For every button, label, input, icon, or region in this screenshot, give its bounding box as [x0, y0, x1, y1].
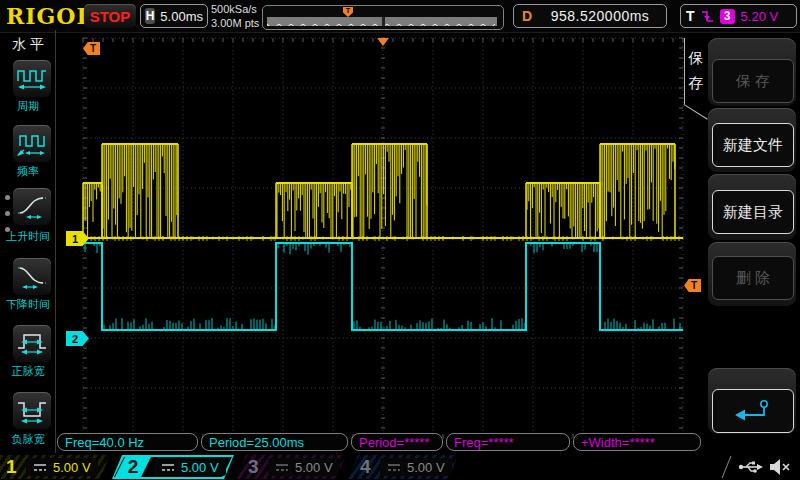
speaker-muted-icon [768, 458, 792, 476]
period-icon [15, 65, 49, 93]
timebase-readout[interactable]: H 5.00ms [140, 4, 208, 28]
menu-label-period: 周期 [0, 99, 56, 114]
menu-button-period[interactable] [13, 60, 51, 97]
memory-waveform-band [267, 17, 497, 26]
falling-edge-icon [701, 9, 714, 24]
measurement-text: Period=***** [359, 435, 429, 450]
menu-label-fall-time: 下降时间 [0, 297, 56, 312]
menu-tab-char: 保 [689, 49, 704, 68]
usb-icon [738, 459, 764, 475]
menu-tab-char: 存 [689, 74, 704, 93]
oscilloscope-screen: RIGOL STOP H 5.00ms 500kSa/s 3.00M pts T… [0, 0, 800, 480]
trigger-position-icon: T [343, 7, 353, 17]
page-indicator-dot [5, 195, 10, 200]
memory-depth: 3.00M pts [211, 16, 259, 30]
run-state-indicator[interactable]: STOP [84, 4, 136, 28]
page-indicator-dot [5, 211, 10, 216]
status-bar-divider [722, 456, 732, 479]
softkey-delete[interactable]: 删 除 [712, 256, 794, 300]
channel2-status[interactable]: 2 5.00 V [112, 455, 234, 479]
channel3-status[interactable]: 3 5.00 V [236, 455, 346, 479]
top-status-bar: RIGOL STOP H 5.00ms 500kSa/s 3.00M pts T… [0, 0, 800, 33]
menu-button-negative-width[interactable] [13, 392, 51, 429]
delay-label: D [522, 8, 532, 24]
trigger-level-value: 5.20 V [741, 9, 779, 24]
frequency-icon [15, 130, 49, 158]
softkey-save[interactable]: 保 存 [712, 59, 794, 103]
timebase-label: H [145, 8, 155, 24]
menu-button-rise-time[interactable] [13, 188, 51, 225]
menu-label-positive-width: 正脉宽 [0, 364, 56, 379]
delay-readout[interactable]: D 958.520000ms [513, 4, 667, 28]
menu-label-rise-time: 上升时间 [0, 229, 56, 244]
channel4-status[interactable]: 4 5.00 V [348, 455, 458, 479]
channel3-scale: 5.00 V [295, 460, 333, 475]
positive-width-icon [15, 330, 49, 358]
trigger-position-marker[interactable] [377, 38, 389, 46]
waveform-display [0, 0, 800, 480]
channel4-number: 4 [360, 456, 371, 478]
menu-button-positive-width[interactable] [13, 325, 51, 362]
dc-coupling-icon [387, 462, 401, 472]
measurement-freq-ch2[interactable]: Freq=40.0 Hz [57, 433, 198, 451]
softkey-return[interactable] [712, 389, 794, 433]
window-position-notch [382, 17, 385, 26]
channel1-number: 1 [6, 456, 17, 478]
negative-width-icon [15, 397, 49, 425]
softkey-new-directory[interactable]: 新建目录 [712, 190, 794, 234]
delay-value: 958.520000ms [542, 8, 658, 24]
softkey-new-file[interactable]: 新建文件 [712, 123, 794, 167]
menu-button-frequency[interactable] [13, 125, 51, 162]
fall-time-icon [15, 263, 49, 291]
acquisition-readout: 500kSa/s 3.00M pts [211, 2, 259, 30]
sample-rate: 500kSa/s [211, 2, 259, 16]
measurement-pwidth-ch3[interactable]: +Width=***** [573, 433, 701, 451]
measurement-text: Freq=40.0 Hz [65, 435, 144, 450]
menu-label-frequency: 频率 [0, 164, 56, 179]
menu-tab-save: 保 存 [684, 38, 707, 104]
trigger-source-badge: 3 [720, 9, 735, 24]
measurement-period-ch3[interactable]: Period=***** [351, 433, 443, 451]
measurement-period-ch2[interactable]: Period=25.00ms [201, 433, 348, 451]
measurement-freq-ch3[interactable]: Freq=***** [446, 433, 570, 451]
dc-coupling-icon [161, 462, 175, 472]
channel3-number: 3 [248, 456, 259, 478]
measurement-text: Freq=***** [454, 435, 514, 450]
channel1-scale: 5.00 V [53, 460, 91, 475]
left-menu-title: 水 平 [0, 36, 56, 54]
dc-coupling-icon [33, 462, 47, 472]
timebase-value: 5.00ms [160, 9, 203, 24]
dc-coupling-icon [275, 462, 289, 472]
trigger-readout[interactable]: T 3 5.20 V [680, 4, 797, 28]
trigger-label: T [686, 8, 695, 24]
channel2-number: 2 [128, 456, 139, 478]
channel2-scale: 5.00 V [181, 460, 219, 475]
rise-time-icon [15, 193, 49, 221]
measurement-text: +Width=***** [581, 435, 655, 450]
channel-status-bar: 1 5.00 V 2 5.00 V 3 [0, 454, 800, 480]
horizontal-position-strip[interactable]: T [262, 5, 504, 30]
rigol-logo: RIGOL [6, 3, 93, 29]
channel1-status[interactable]: 1 5.00 V [0, 455, 110, 479]
channel4-scale: 5.00 V [407, 460, 445, 475]
menu-label-negative-width: 负脉宽 [0, 432, 56, 447]
menu-button-fall-time[interactable] [13, 258, 51, 295]
measurement-text: Period=25.00ms [209, 435, 304, 450]
return-arrow-icon [731, 398, 775, 424]
